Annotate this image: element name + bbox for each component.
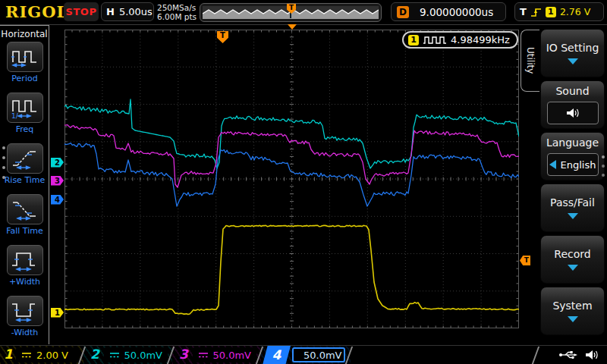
menu-page-dot [2, 146, 5, 149]
softkey-label: Language [546, 136, 599, 149]
oscilloscope-screen: RIGOL STOP H 5.00us 250MSa/s 6.00M pts T… [0, 0, 607, 364]
dc-coupling-icon [109, 351, 119, 359]
trigger-source-badge: 1 [546, 7, 556, 17]
menu-item-period[interactable]: Period [0, 42, 49, 90]
counter-channel-badge: 1 [408, 35, 419, 46]
run-state-label: STOP [66, 6, 97, 17]
t-label: T [520, 6, 527, 17]
menu-item-label: Rise Time [0, 175, 49, 185]
delay-box[interactable]: D 9.00000000us [391, 2, 506, 21]
trigger-level-value: 2.76 V [560, 6, 590, 17]
channel-1-marker: 1 [51, 308, 64, 318]
sample-rate: 250MSa/s [157, 3, 197, 12]
ch2-scale-box[interactable]: 50.0mV [104, 347, 168, 362]
ch2-number[interactable]: 2 [90, 347, 99, 362]
submenu-down-icon [568, 213, 578, 219]
menu-item-minus-width[interactable]: -Width [0, 296, 49, 344]
ch1-scale: 2.00 V [36, 350, 68, 361]
softkey-record[interactable]: Record [540, 235, 605, 284]
menu-page-dot [602, 174, 605, 177]
minus-width-icon [11, 300, 39, 322]
submenu-down-icon [568, 58, 578, 64]
top-bar: RIGOL STOP H 5.00us 250MSa/s 6.00M pts T… [0, 0, 607, 25]
softkey-label: Record [554, 248, 590, 260]
menu-item-rise-time[interactable]: Rise Time [0, 143, 49, 192]
waveform-display [64, 30, 519, 328]
ch4-scale: 50.0mV [304, 350, 342, 361]
delay-value: 9.00000000us [420, 6, 493, 18]
ch2-scale: 50.0mV [124, 350, 162, 361]
timebase-value: 5.00us [119, 6, 153, 17]
menu-page-dot [602, 165, 605, 168]
softkey-label: System [552, 300, 592, 312]
speaker-icon [565, 107, 580, 119]
menu-item-label: Freq [0, 124, 49, 134]
utility-tab: Utility [521, 30, 539, 92]
channel-2-marker: 2 [51, 158, 64, 168]
trigger-box[interactable]: T 1 2.76 V [514, 2, 604, 21]
ch3-scale-box[interactable]: 50.0mV [193, 347, 256, 362]
counter-value: 4.98499kHz [451, 34, 510, 46]
frequency-counter: 1 4.98499kHz [402, 31, 518, 49]
menu-page-dot [2, 166, 5, 169]
dc-coupling-icon [21, 351, 32, 359]
ch4-scale-box[interactable]: 50.0mV [292, 347, 345, 362]
ch1-number[interactable]: 1 [4, 347, 13, 362]
h-label: H [106, 6, 115, 17]
rise-time-icon [11, 147, 39, 170]
fall-time-icon [11, 198, 39, 221]
softkey-label: Pass/Fail [550, 196, 595, 209]
acquisition-info: 250MSa/s 6.00M pts [157, 3, 197, 21]
language-value: English [561, 159, 596, 171]
channel-3-marker: 3 [51, 176, 64, 186]
ch1-scale-box[interactable]: 2.00 V [16, 347, 80, 362]
softkey-io-setting[interactable]: IO Setting [540, 29, 605, 77]
softkey-system[interactable]: System [540, 287, 605, 335]
run-state-badge[interactable]: STOP [64, 2, 99, 21]
horizontal-menu-panel: Horizontal Period 1/ Freq [0, 25, 49, 344]
menu-page-dot [602, 155, 605, 158]
menu-item-freq[interactable]: 1/ Freq [0, 93, 49, 141]
channel-status-bar: 1 2.00 V 2 50.0mV 3 50.0mV 4 [0, 345, 607, 364]
d-badge: D [397, 6, 409, 18]
menu-page-dot [2, 156, 5, 159]
usb-icon [558, 349, 578, 361]
submenu-down-icon [568, 265, 578, 271]
rising-edge-icon [530, 6, 542, 18]
menu-item-label: -Width [0, 328, 49, 337]
plus-width-icon [11, 249, 39, 271]
delay-position-marker [288, 24, 297, 30]
menu-item-label: Fall Time [0, 226, 49, 236]
ch3-scale: 50.0mV [212, 350, 251, 361]
memory-depth: 6.00M pts [157, 12, 197, 21]
softkey-label: IO Setting [546, 42, 599, 54]
trigger-level-marker: T [520, 256, 530, 265]
channel-4-marker: 4 [51, 195, 64, 205]
left-menu-title: Horizontal [0, 26, 49, 39]
menu-item-label: Period [0, 74, 49, 83]
freq-icon: 1/ [11, 96, 39, 119]
footer-divider [532, 347, 539, 364]
softkey-pass-fail[interactable]: Pass/Fail [540, 184, 605, 232]
timebase-box[interactable]: H 5.00us [101, 2, 154, 21]
softkey-language[interactable]: Language English [540, 132, 605, 180]
rigol-logo: RIGOL [5, 2, 68, 21]
submenu-down-icon [568, 316, 578, 322]
softkey-sound[interactable]: Sound [540, 80, 605, 129]
menu-item-label: +Width [0, 277, 49, 287]
svg-text:1/: 1/ [11, 112, 19, 119]
ch3-number[interactable]: 3 [179, 347, 188, 362]
period-icon [11, 46, 39, 68]
menu-item-fall-time[interactable]: Fall Time [0, 194, 49, 243]
menu-item-plus-width[interactable]: +Width [0, 245, 49, 293]
horizontal-position-strip[interactable]: T [200, 3, 382, 22]
square-wave-icon [423, 36, 447, 45]
dc-coupling-icon [198, 351, 208, 359]
speaker-icon [584, 349, 599, 361]
softkey-label: Sound [555, 85, 589, 97]
value-left-icon [549, 160, 556, 169]
menu-page-dot [2, 176, 5, 179]
